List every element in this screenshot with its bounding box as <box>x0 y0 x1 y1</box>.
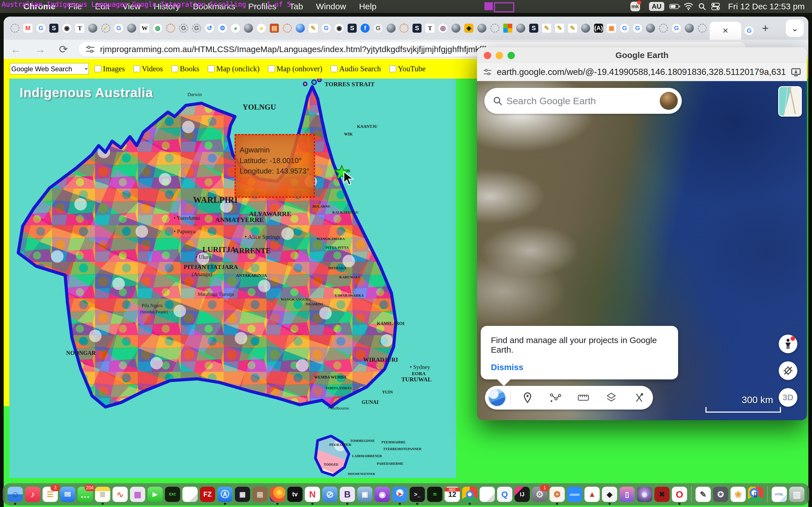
dock-item[interactable] <box>462 487 477 502</box>
checkbox-input[interactable] <box>94 65 101 72</box>
overview-minimap[interactable] <box>778 86 802 117</box>
dock-item[interactable]: ▲ <box>585 487 600 502</box>
pinned-tab[interactable]: ✎ <box>555 24 564 33</box>
map-region-label[interactable]: • Melbourne <box>328 406 349 410</box>
dock-item[interactable]: ❂ <box>550 487 565 502</box>
dock-item[interactable]: 12 DEC <box>445 487 460 502</box>
google-earth-logo[interactable] <box>488 389 506 406</box>
spotlight-search-icon[interactable] <box>696 2 708 11</box>
pinned-tab[interactable]: ▣ <box>607 24 616 33</box>
pinned-tab[interactable] <box>490 24 499 33</box>
pegman-button[interactable] <box>779 335 797 353</box>
dock-item[interactable]: ✪ <box>713 487 728 502</box>
map-region-label[interactable]: ALYAWARRE <box>249 210 291 217</box>
map-region-label[interactable]: (Spinifex People) <box>140 310 168 314</box>
map-region-label[interactable]: WIRADJURI <box>363 357 398 363</box>
map-region-label[interactable]: YORTA YORTA <box>326 386 352 390</box>
dock-item[interactable]: tv <box>287 487 303 502</box>
pinned-tab[interactable] <box>296 24 305 33</box>
pinned-tab[interactable]: ◍ <box>153 24 162 33</box>
minimize-window-button[interactable] <box>496 52 503 59</box>
checkbox-input[interactable] <box>268 65 275 72</box>
dock-item[interactable]: … 204 <box>78 487 93 502</box>
pinned-tab[interactable] <box>283 24 292 33</box>
input-source-badge[interactable]: AU <box>649 2 665 11</box>
page-option-checkbox[interactable]: Audio Search <box>329 64 381 73</box>
pinned-tab[interactable] <box>685 24 694 33</box>
pinned-tab[interactable]: f <box>361 24 370 33</box>
wifi-icon[interactable] <box>683 2 694 11</box>
pinned-tab[interactable]: ✎ <box>568 24 577 33</box>
checkbox-input[interactable] <box>389 65 396 72</box>
map-region-label[interactable]: PAREDARERME <box>377 462 403 465</box>
pinned-tab[interactable]: W <box>140 24 149 33</box>
dock-item[interactable] <box>479 487 495 502</box>
pinned-tab[interactable]: G <box>114 24 123 33</box>
dock-item[interactable]: ▯ <box>748 487 763 502</box>
dock-item[interactable]: zoom <box>567 487 582 502</box>
map-region-label[interactable]: WANGKANGURU <box>281 297 311 301</box>
map-region-label[interactable]: YOLNGU <box>243 103 276 111</box>
checkbox-input[interactable] <box>171 65 178 72</box>
dock-item[interactable]: ≣ <box>95 487 110 502</box>
dock-item[interactable]: IJ <box>515 487 530 502</box>
map-region-label[interactable]: • Alice Springs <box>245 234 280 240</box>
dock-item[interactable]: ☺ <box>8 487 23 502</box>
map-region-label[interactable]: ARRENTE <box>234 247 271 255</box>
page-option-checkbox[interactable]: Books <box>170 64 199 73</box>
pinned-tab[interactable] <box>516 24 525 33</box>
map-region-label[interactable]: MOUHENEENNER <box>348 472 375 475</box>
pinned-tab[interactable] <box>646 24 655 33</box>
map-region-label[interactable]: LURITJA <box>202 246 236 253</box>
dismiss-button[interactable]: Dismiss <box>491 362 523 372</box>
dock-item[interactable]: O <box>672 487 687 502</box>
menu-bar-clock[interactable]: Fri 12 Dec 12:53 pm <box>723 2 805 11</box>
dock-item[interactable]: HTML <box>772 487 787 502</box>
pinned-tab[interactable] <box>477 24 486 33</box>
map-region-label[interactable]: • Papunya <box>174 229 195 234</box>
map-region-label[interactable]: GUNAI <box>362 400 378 405</box>
reload-button[interactable]: ⟳ <box>52 43 75 55</box>
checkbox-input[interactable] <box>331 65 338 72</box>
map-region-label[interactable]: • Yuendumu <box>174 215 200 221</box>
pinned-tab[interactable]: S <box>412 24 421 33</box>
dock-item[interactable]: ∿ <box>112 487 128 502</box>
earth-title-bar[interactable]: Google Earth <box>477 47 807 63</box>
back-button[interactable]: ← <box>4 43 28 55</box>
menu-extra-app-icon[interactable]: mk <box>630 2 640 11</box>
pinned-tab[interactable]: T <box>425 24 435 33</box>
pinned-tab[interactable]: G <box>192 24 201 33</box>
dock-item[interactable]: EXC <box>165 487 180 502</box>
earth-search-bar[interactable]: Search Google Earth <box>485 88 682 114</box>
tools-icon[interactable] <box>625 393 653 403</box>
dock-item[interactable]: >_ <box>410 487 425 502</box>
pinned-tab[interactable]: T <box>75 24 84 33</box>
site-settings-icon[interactable] <box>86 45 95 54</box>
dock-item[interactable]: ▶ <box>147 487 163 502</box>
url-text[interactable]: rjmprogramming.com.au/HTMLCSS/ImageMap/L… <box>100 45 486 54</box>
map-region-label[interactable]: WIK <box>344 132 353 136</box>
pinned-tab[interactable]: G <box>633 24 642 33</box>
page-option-checkbox[interactable]: Videos <box>132 64 163 73</box>
menu-item[interactable]: Help <box>352 2 383 11</box>
dock-item[interactable]: FZ <box>200 487 215 502</box>
pinned-tab[interactable] <box>581 24 590 33</box>
pinned-tab[interactable]: ✎ <box>309 24 318 33</box>
page-option-checkbox[interactable]: Images <box>93 64 125 73</box>
map-region-label[interactable]: Pila Nguru <box>142 303 162 308</box>
adjacent-tab[interactable]: G <box>741 22 757 40</box>
pinned-tab[interactable]: ◉ <box>62 24 71 33</box>
pinned-tab[interactable]: M <box>23 24 33 33</box>
map-region-label[interactable]: PEERAPPER <box>329 443 351 446</box>
pinned-tab[interactable] <box>127 24 136 33</box>
pinned-tab[interactable] <box>503 24 512 33</box>
pinned-tab[interactable]: G <box>620 24 629 33</box>
dock-item[interactable] <box>183 487 198 502</box>
dock-item[interactable] <box>767 486 768 503</box>
dock-item[interactable]: N <box>305 487 320 502</box>
map-region-label[interactable]: TYERREMOTEPANNER <box>383 447 421 451</box>
page-option-checkbox[interactable]: Map (onhover) <box>267 64 322 73</box>
map-region-label[interactable]: Maralinga Tjarutja <box>198 292 234 297</box>
dock-item[interactable]: ❀ <box>730 487 746 502</box>
map-region-label[interactable]: TOMMEGINNE <box>350 439 375 443</box>
